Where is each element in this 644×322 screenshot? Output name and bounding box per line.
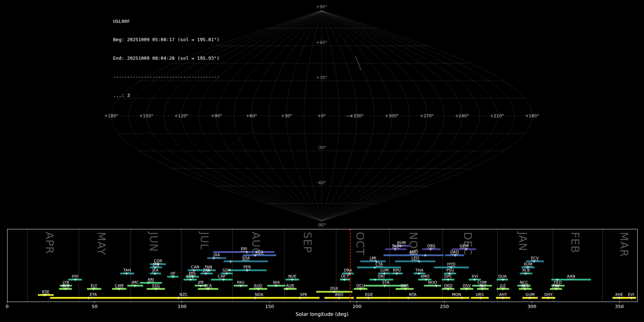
x-tick-label: 100 [177, 304, 186, 309]
shower-bar [444, 297, 469, 299]
map-lat-label: -90° [317, 223, 326, 228]
peak-marker: + [337, 296, 341, 300]
current-sol-line [350, 229, 351, 302]
peak-marker: + [74, 278, 77, 282]
x-tick [532, 301, 532, 303]
x-tick [94, 301, 95, 303]
peak-marker: + [373, 265, 376, 270]
x-tick [7, 301, 8, 303]
radiant-map-screenshot: USL00F Beg: 20251009 05:08:17 (sol = 195… [0, 0, 644, 322]
peak-marker: + [465, 287, 468, 291]
peak-marker: + [479, 296, 482, 300]
map-lat-label: -60° [317, 180, 326, 185]
x-tick [357, 301, 357, 303]
peak-marker: + [253, 253, 257, 258]
x-tick [444, 301, 445, 303]
month-label: OCT [355, 232, 365, 255]
peak-marker: + [332, 290, 336, 294]
peak-marker: + [87, 296, 91, 300]
map-meridian [146, 11, 322, 221]
peak-marker: + [153, 272, 157, 276]
month-label: JAN [517, 232, 528, 251]
x-tick [182, 301, 182, 303]
peak-marker: + [176, 296, 180, 300]
peak-marker: + [473, 278, 477, 282]
map-lon-label: +180° [525, 113, 539, 118]
sky-map: +180°+150°+120°+90°+60°+30°+0°+330°+300°… [0, 0, 644, 228]
month-gridline [553, 229, 553, 302]
map-lon-label: +180° [104, 113, 118, 118]
shower-bar [213, 251, 274, 253]
month-label: APR [44, 232, 55, 254]
peak-marker: + [448, 272, 451, 276]
peak-marker: + [257, 287, 260, 291]
peak-marker: + [154, 287, 158, 291]
x-tick-label: 350 [615, 304, 624, 309]
peak-marker: + [222, 278, 225, 282]
x-tick-label: 200 [352, 304, 361, 309]
peak-marker: + [446, 278, 450, 282]
x-tick-label: 150 [265, 304, 274, 309]
peak-marker: + [204, 272, 208, 276]
shower-bar [424, 285, 441, 287]
peak-marker: + [117, 287, 121, 291]
month-gridline [181, 229, 181, 302]
month-gridline [443, 229, 443, 302]
peak-marker: + [395, 272, 399, 276]
peak-marker: + [367, 296, 370, 300]
meteor-trail [204, 54, 364, 164]
month-label: MAY [96, 232, 107, 255]
map-lon-label: +270° [420, 113, 434, 118]
peak-marker: + [523, 287, 527, 291]
peak-marker: + [373, 278, 377, 282]
peak-marker: + [358, 287, 362, 291]
shower-label: AAN [567, 274, 575, 279]
peak-marker: + [171, 275, 175, 279]
map-lat-label: +60° [316, 40, 327, 45]
peak-marker: + [229, 259, 232, 264]
map-lon-label: +210° [490, 113, 504, 118]
map-lon-label: +60° [246, 113, 257, 118]
peak-marker: + [424, 278, 428, 282]
peak-marker: + [501, 296, 504, 300]
month-gridline [79, 229, 79, 302]
map-lon-label: +120° [174, 113, 188, 118]
month-label: MAR [619, 232, 629, 257]
peak-marker: + [526, 265, 530, 270]
map-lon-label: +0° [317, 113, 326, 118]
peak-marker: + [547, 296, 550, 300]
month-label: FEB [570, 232, 580, 253]
peak-marker: + [285, 287, 289, 291]
map-meridian [129, 11, 322, 221]
peak-marker: + [245, 250, 249, 254]
peak-marker: + [404, 287, 407, 291]
x-axis-label: Solar longitude (deg) [296, 311, 348, 317]
map-lat-label: +90° [316, 4, 327, 9]
month-gridline [497, 229, 498, 302]
peak-marker: + [528, 296, 532, 300]
peak-marker: + [524, 272, 528, 276]
map-lon-label: +30° [281, 113, 292, 118]
peak-marker: + [383, 272, 386, 276]
month-label: JUN [148, 232, 159, 252]
peak-marker: + [556, 278, 559, 282]
shower-label: NZC [180, 293, 188, 297]
month-gridline [232, 229, 233, 302]
month-gridline [389, 229, 390, 302]
peak-marker: + [449, 265, 453, 270]
shower-bar [382, 297, 444, 299]
peak-marker: + [618, 296, 621, 300]
peak-marker: + [399, 244, 402, 248]
peak-marker: + [464, 247, 468, 252]
peak-marker: + [423, 253, 427, 258]
peak-marker: + [125, 272, 128, 276]
peak-marker: + [206, 287, 210, 291]
map-lat-label: +30° [316, 75, 327, 80]
month-label: SEP [302, 232, 313, 253]
peak-marker: + [274, 284, 278, 288]
peak-marker: + [153, 265, 157, 270]
map-lon-label: +240° [455, 113, 469, 118]
month-gridline [602, 229, 603, 302]
shower-label: ETA [90, 293, 97, 297]
month-gridline [27, 229, 28, 302]
